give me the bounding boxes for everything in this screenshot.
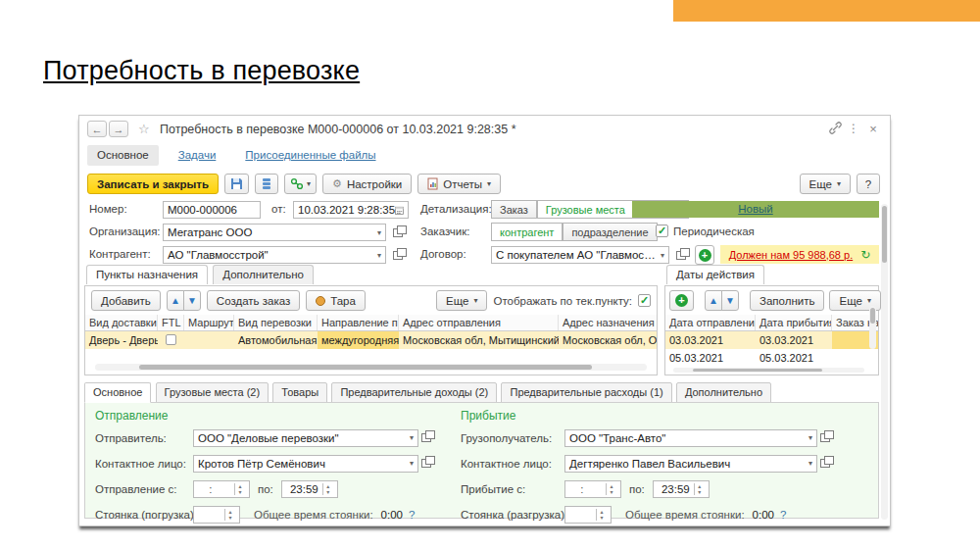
- more-button[interactable]: Еще▾: [800, 174, 851, 194]
- help-button[interactable]: ?: [857, 174, 880, 194]
- status-new-link[interactable]: Новый: [632, 201, 879, 218]
- col-to-address[interactable]: Адрес назначения: [559, 315, 657, 330]
- col-direction[interactable]: Направление п...: [318, 315, 399, 330]
- dropdown-icon[interactable]: ▾: [373, 228, 381, 237]
- favorite-star-icon[interactable]: ☆: [138, 122, 150, 136]
- tab-detail-gruzovye-mesta[interactable]: Грузовые места (2): [156, 382, 270, 403]
- help-question-link[interactable]: ?: [409, 509, 415, 521]
- add-row-button[interactable]: Добавить: [91, 290, 161, 311]
- ftl-checkbox[interactable]: [166, 334, 176, 345]
- debt-link[interactable]: Должен нам 95 988,68 р.: [729, 249, 853, 261]
- organization-open-button[interactable]: [390, 224, 406, 241]
- date-row[interactable]: 05.03.2021 05.03.2021: [665, 349, 878, 367]
- window-vscrollbar[interactable]: [881, 204, 888, 520]
- tab-attached-files[interactable]: Присоединенные файлы: [235, 145, 385, 166]
- spinner[interactable]: ▴▾: [694, 483, 705, 495]
- destinations-hscrollbar[interactable]: [95, 364, 647, 371]
- tab-detail-dohody[interactable]: Предварительные доходы (2): [331, 382, 497, 403]
- spinner[interactable]: ▴▾: [322, 483, 333, 495]
- dropdown-icon[interactable]: ▾: [406, 433, 414, 442]
- spinner[interactable]: ▴▾: [606, 483, 616, 495]
- scroll-thumb[interactable]: [870, 308, 875, 324]
- col-departure-date[interactable]: Дата отправления: [665, 315, 756, 330]
- create-based-on-button[interactable]: ▾: [284, 174, 317, 194]
- arrival-contact-field[interactable]: Дегтяренко Павел Васильевич▾: [564, 455, 817, 473]
- sender-field[interactable]: ООО "Деловые перевозки"▾: [193, 429, 418, 447]
- detail-option-zakaz[interactable]: Заказ: [491, 200, 537, 219]
- col-transport-type[interactable]: Вид перевозки: [234, 315, 318, 330]
- spinner[interactable]: ▴▾: [224, 509, 235, 521]
- tab-detail-tovary[interactable]: Товары: [272, 382, 327, 403]
- unloading-parking-field[interactable]: ▴▾: [564, 506, 612, 524]
- add-date-button[interactable]: +: [669, 290, 694, 311]
- destinations-more-button[interactable]: Еще▾: [436, 290, 487, 311]
- help-question-link[interactable]: ?: [780, 509, 786, 521]
- save-button[interactable]: [224, 174, 249, 194]
- tab-zadachi[interactable]: Задачи: [169, 145, 226, 166]
- receiver-open-button[interactable]: [817, 429, 833, 447]
- sender-open-button[interactable]: [418, 429, 434, 447]
- departure-contact-open-button[interactable]: [418, 455, 434, 473]
- tab-detail-dopolnitelno[interactable]: Дополнительно: [676, 382, 771, 403]
- register-records-button[interactable]: [255, 174, 278, 194]
- dropdown-icon[interactable]: ▾: [657, 251, 664, 260]
- col-route[interactable]: Маршрут: [184, 315, 234, 330]
- spinner[interactable]: ▴▾: [596, 509, 607, 521]
- contract-open-button[interactable]: [673, 246, 689, 264]
- contract-field[interactable]: С покупателем АО "Главмосстрой" в рублях…: [491, 246, 669, 264]
- refresh-icon[interactable]: ↻: [860, 248, 870, 262]
- save-close-button[interactable]: Записать и закрыть: [87, 174, 219, 194]
- dropdown-icon[interactable]: ▾: [805, 459, 812, 468]
- dropdown-icon[interactable]: ▾: [805, 433, 812, 442]
- reports-button[interactable]: Отчеты ▾: [417, 174, 501, 194]
- arrival-contact-open-button[interactable]: [817, 455, 833, 473]
- date-field[interactable]: 10.03.2021 9:28:35: [293, 201, 409, 219]
- customer-option-podrazdelenie[interactable]: подразделение: [563, 223, 657, 241]
- get-link-icon[interactable]: [829, 122, 843, 134]
- contractor-open-button[interactable]: [390, 246, 406, 264]
- settings-button[interactable]: ⚙ Настройки: [322, 174, 412, 194]
- arrival-from-field[interactable]: :▴▾: [564, 480, 621, 498]
- dates-hscrollbar[interactable]: [673, 368, 864, 373]
- scroll-thumb[interactable]: [693, 369, 823, 372]
- add-contract-button[interactable]: +: [695, 245, 714, 265]
- departure-contact-field[interactable]: Кротов Пётр Семёнович▾: [193, 455, 418, 473]
- tab-daty-deystviya[interactable]: Даты действия: [666, 265, 764, 284]
- date-up-button[interactable]: ▲: [705, 290, 722, 311]
- arrival-to-field[interactable]: 23:59▴▾: [653, 480, 710, 498]
- date-down-button[interactable]: ▼: [721, 290, 739, 311]
- departure-to-field[interactable]: 23:59▴▾: [281, 480, 338, 498]
- customer-option-kontragent[interactable]: контрагент: [491, 223, 563, 241]
- col-ftl[interactable]: FTL: [158, 315, 184, 330]
- dropdown-icon[interactable]: ▾: [406, 459, 414, 468]
- col-arrival-date[interactable]: Дата прибытия: [756, 315, 832, 330]
- back-button[interactable]: ←: [87, 121, 107, 137]
- col-from-address[interactable]: Адрес отправления: [399, 315, 559, 330]
- close-icon[interactable]: ×: [866, 122, 880, 136]
- dropdown-icon[interactable]: ▾: [373, 251, 381, 260]
- tab-punkty-naznacheniya[interactable]: Пункты назначения: [86, 265, 208, 284]
- receiver-field[interactable]: ООО "Транс-Авто"▾: [564, 429, 817, 447]
- col-delivery-type[interactable]: Вид доставки: [85, 315, 158, 330]
- create-order-button[interactable]: Создать заказ: [207, 290, 300, 311]
- spinner[interactable]: ▴▾: [234, 483, 245, 495]
- tara-button[interactable]: Тара: [306, 290, 366, 311]
- scroll-thumb[interactable]: [139, 365, 592, 370]
- tab-dopolnitelno[interactable]: Дополнительно: [213, 265, 314, 284]
- detail-option-gruzovye-mesta[interactable]: Грузовые места: [537, 200, 634, 219]
- scroll-thumb[interactable]: [882, 206, 887, 263]
- move-up-button[interactable]: ▲: [167, 290, 184, 311]
- number-field[interactable]: М000-000006: [163, 201, 261, 219]
- forward-button[interactable]: →: [109, 121, 128, 137]
- date-row[interactable]: 03.03.2021 03.03.2021: [665, 331, 878, 349]
- move-down-button[interactable]: ▼: [183, 290, 201, 311]
- fill-button[interactable]: Заполнить: [750, 290, 824, 311]
- show-by-point-checkbox[interactable]: ✓: [638, 294, 651, 307]
- contractor-field[interactable]: АО "Главмосстрой"▾: [163, 246, 386, 264]
- departure-from-field[interactable]: :▴▾: [193, 480, 250, 498]
- tab-detail-rashody[interactable]: Предварительные расходы (1): [501, 382, 671, 403]
- destination-row[interactable]: Дверь - Дверь Автомобильная... междугоро…: [85, 331, 657, 349]
- loading-parking-field[interactable]: ▴▾: [193, 506, 240, 524]
- tab-detail-osnovnoe[interactable]: Основное: [84, 382, 151, 403]
- periodic-checkbox[interactable]: ✓: [656, 225, 668, 237]
